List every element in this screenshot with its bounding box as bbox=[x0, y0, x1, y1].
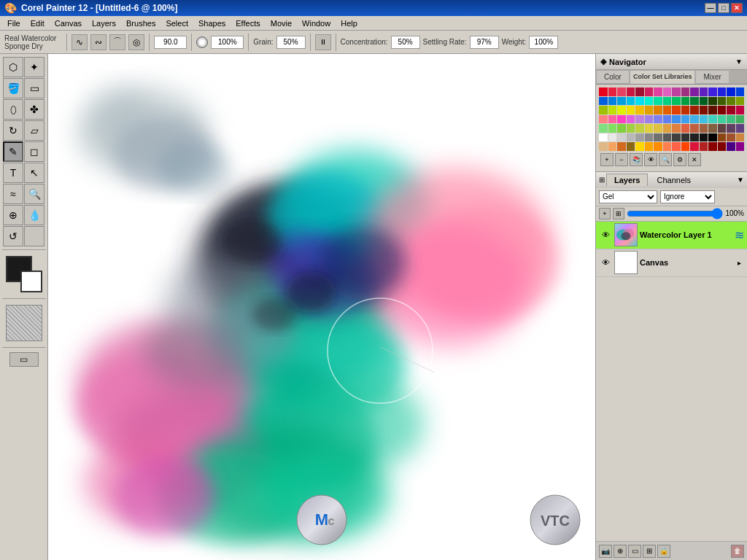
color-swatch[interactable] bbox=[718, 133, 727, 142]
color-swatch[interactable] bbox=[627, 97, 635, 106]
color-swatch[interactable] bbox=[708, 97, 717, 106]
weight-input[interactable] bbox=[529, 36, 558, 49]
color-display[interactable] bbox=[6, 256, 42, 292]
transform-button[interactable]: ✤ bbox=[24, 99, 44, 120]
menu-shapes[interactable]: Shapes bbox=[194, 18, 230, 28]
color-swatch[interactable] bbox=[700, 97, 708, 106]
color-swatch[interactable] bbox=[681, 115, 690, 124]
hand-button[interactable] bbox=[24, 226, 44, 246]
menu-edit[interactable]: Edit bbox=[26, 18, 49, 28]
menu-effects[interactable]: Effects bbox=[231, 18, 264, 28]
color-swatch[interactable] bbox=[672, 97, 681, 106]
color-swatch[interactable] bbox=[627, 115, 635, 124]
magnify-button[interactable]: 🔍 bbox=[24, 184, 44, 204]
color-swatch[interactable] bbox=[727, 124, 735, 133]
color-swatch[interactable] bbox=[663, 106, 672, 114]
color-swatch[interactable] bbox=[599, 88, 608, 96]
color-swatch[interactable] bbox=[700, 142, 708, 151]
texture-preview[interactable] bbox=[6, 305, 42, 341]
color-swatch[interactable] bbox=[700, 106, 708, 114]
color-swatch[interactable] bbox=[654, 106, 662, 114]
color-swatch[interactable] bbox=[736, 133, 745, 142]
title-bar-controls[interactable]: — □ ✕ bbox=[705, 3, 743, 13]
color-swatch[interactable] bbox=[627, 133, 635, 142]
color-swatch[interactable] bbox=[736, 142, 745, 151]
brush-icon-1[interactable]: ∿ bbox=[71, 34, 88, 50]
color-swatch[interactable] bbox=[736, 124, 745, 133]
menu-help[interactable]: Help bbox=[336, 18, 362, 28]
color-swatch[interactable] bbox=[672, 88, 681, 96]
palette-add-button[interactable]: + bbox=[600, 153, 614, 166]
color-swatch[interactable] bbox=[700, 124, 708, 133]
color-swatch[interactable] bbox=[645, 88, 654, 96]
color-swatch[interactable] bbox=[627, 88, 635, 96]
color-swatch[interactable] bbox=[700, 115, 708, 124]
color-swatch[interactable] bbox=[635, 133, 644, 142]
tab-layers[interactable]: Layers bbox=[606, 174, 648, 186]
maximize-button[interactable]: □ bbox=[718, 3, 729, 13]
grain-input[interactable] bbox=[276, 36, 306, 49]
layer-copy-button[interactable]: ⊕ bbox=[614, 545, 627, 558]
minimize-button[interactable]: — bbox=[705, 3, 716, 13]
layer-eye-canvas[interactable]: 👁 bbox=[599, 256, 612, 269]
color-swatch[interactable] bbox=[718, 124, 727, 133]
color-swatch[interactable] bbox=[690, 124, 699, 133]
color-swatch[interactable] bbox=[635, 106, 644, 114]
color-swatch[interactable] bbox=[718, 97, 727, 106]
color-swatch[interactable] bbox=[617, 133, 626, 142]
color-swatch[interactable] bbox=[627, 142, 635, 151]
color-swatch[interactable] bbox=[708, 88, 717, 96]
color-swatch[interactable] bbox=[708, 142, 717, 151]
color-swatch[interactable] bbox=[663, 88, 672, 96]
color-swatch[interactable] bbox=[635, 115, 644, 124]
palette-delete-button[interactable]: − bbox=[615, 153, 628, 166]
color-swatch[interactable] bbox=[690, 97, 699, 106]
eraser-button[interactable]: ◻ bbox=[24, 141, 44, 162]
menu-window[interactable]: Window bbox=[298, 18, 335, 28]
color-swatch[interactable] bbox=[635, 97, 644, 106]
color-swatch[interactable] bbox=[617, 97, 626, 106]
blend-mode-select[interactable]: Gel Multiply Screen Overlay bbox=[599, 190, 657, 203]
pause-icon[interactable]: ⏸ bbox=[315, 34, 331, 50]
menu-layers[interactable]: Layers bbox=[88, 18, 120, 28]
menu-select[interactable]: Select bbox=[161, 18, 193, 28]
color-swatch[interactable] bbox=[654, 97, 662, 106]
color-swatch[interactable] bbox=[663, 97, 672, 106]
color-swatch[interactable] bbox=[727, 97, 735, 106]
layer-lock-button[interactable]: 🔒 bbox=[657, 545, 670, 558]
color-swatch[interactable] bbox=[690, 142, 699, 151]
color-swatch[interactable] bbox=[681, 88, 690, 96]
color-swatch[interactable] bbox=[681, 133, 690, 142]
color-swatch[interactable] bbox=[663, 142, 672, 151]
color-swatch[interactable] bbox=[690, 115, 699, 124]
color-swatch[interactable] bbox=[672, 124, 681, 133]
opacity-slider[interactable] bbox=[627, 209, 723, 218]
color-swatch[interactable] bbox=[681, 106, 690, 114]
color-swatch[interactable] bbox=[708, 124, 717, 133]
color-swatch[interactable] bbox=[654, 115, 662, 124]
skew-button[interactable]: ▱ bbox=[24, 120, 44, 141]
color-swatch[interactable] bbox=[654, 88, 662, 96]
color-swatch[interactable] bbox=[617, 124, 626, 133]
color-swatch[interactable] bbox=[736, 97, 745, 106]
palette-cancel-button[interactable]: ✕ bbox=[688, 153, 701, 166]
color-swatch[interactable] bbox=[608, 88, 617, 96]
color-swatch[interactable] bbox=[608, 115, 617, 124]
color-swatch[interactable] bbox=[727, 106, 735, 114]
color-swatch[interactable] bbox=[599, 115, 608, 124]
brush-icon-2[interactable]: ∾ bbox=[90, 34, 107, 50]
lasso-button[interactable]: ⬯ bbox=[3, 99, 23, 120]
brush-tool-button[interactable]: ✎ bbox=[3, 141, 23, 162]
tab-channels[interactable]: Channels bbox=[649, 174, 697, 186]
layer-eye-watercolor[interactable]: 👁 bbox=[599, 228, 612, 241]
menu-movie[interactable]: Movie bbox=[266, 18, 296, 28]
color-swatch[interactable] bbox=[736, 115, 745, 124]
color-swatch[interactable] bbox=[645, 142, 654, 151]
size-input[interactable] bbox=[154, 36, 187, 49]
color-swatch[interactable] bbox=[599, 124, 608, 133]
close-button[interactable]: ✕ bbox=[731, 3, 743, 13]
dropper-button[interactable]: 💧 bbox=[24, 205, 44, 225]
color-swatch[interactable] bbox=[708, 115, 717, 124]
layer-new-button[interactable]: + bbox=[599, 208, 611, 219]
color-swatch[interactable] bbox=[663, 115, 672, 124]
